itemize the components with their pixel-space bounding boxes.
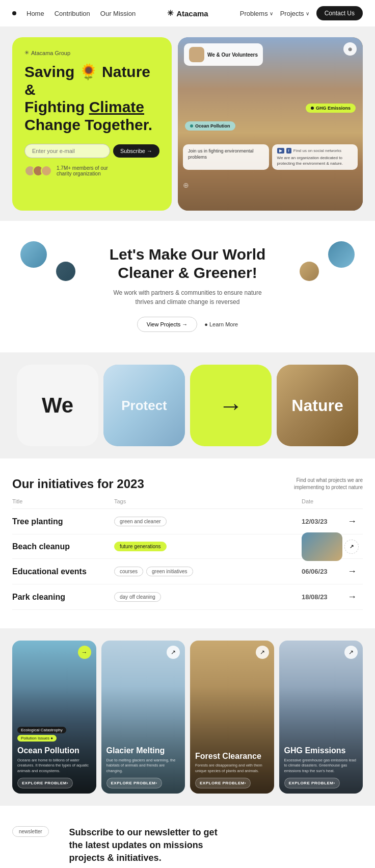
initiatives-section: Our initiatives for 2023 Find out what p… bbox=[0, 458, 375, 628]
glacier-desc: Due to melting glaciers and warming, the… bbox=[106, 758, 180, 774]
row-title: Park cleaning bbox=[12, 593, 114, 602]
ghg-explore-button[interactable]: EXPLORE PROBLEM › bbox=[284, 778, 340, 788]
nav-home[interactable]: Home bbox=[26, 10, 44, 17]
ocean-tag-1: Ecological Catastrophy bbox=[17, 727, 66, 733]
row-action-button[interactable]: → bbox=[347, 516, 363, 527]
glacier-arrow-button[interactable]: ↗ bbox=[167, 646, 180, 659]
initiatives-desc: Find out what projects we are implementi… bbox=[286, 477, 363, 491]
ghg-title: GHG Emissions bbox=[284, 746, 358, 755]
problem-card-ocean: → Ecological Catastrophy Pollution Issue… bbox=[12, 641, 96, 794]
table-headers: Title Tags Date bbox=[12, 494, 363, 509]
forest-arrow-button[interactable]: ↗ bbox=[256, 646, 269, 659]
hero-org-card: ▶ f Find us on social networks We are an… bbox=[272, 144, 358, 170]
hero-members: 1.7M+ members of our charity organizatio… bbox=[24, 165, 159, 176]
nav-brand: ✳ Atacama bbox=[167, 9, 208, 18]
forest-content: Forest Clearance Forests are disappearin… bbox=[190, 746, 274, 794]
glacier-explore-button[interactable]: EXPLORE PROBLEM › bbox=[106, 778, 162, 788]
float-img-4 bbox=[300, 262, 319, 281]
initiatives-header: Our initiatives for 2023 Find out what p… bbox=[12, 477, 363, 491]
protect-text: Protect bbox=[121, 398, 167, 414]
table-row: Beach cleanup future generations 29/05/2… bbox=[12, 534, 363, 559]
problem-card-forest: ↗ Forest Clearance Forests are disappear… bbox=[190, 641, 274, 794]
hero-bottom-cards: Join us in fighting environmental proble… bbox=[178, 144, 363, 170]
tag-pill: green initiatives bbox=[146, 567, 193, 576]
row-date: 12/03/23 bbox=[302, 518, 347, 525]
forest-desc: Forests are disappearing and with them u… bbox=[195, 763, 269, 774]
protect-section: We Protect → Nature bbox=[0, 352, 375, 458]
col-action-header bbox=[347, 498, 363, 504]
row-date: 06/06/23 bbox=[302, 568, 347, 575]
brand-icon: ✳ bbox=[167, 9, 174, 18]
nav-left: Home Contribution Our Mission bbox=[12, 10, 136, 17]
ocean-explore-button[interactable]: EXPLORE PROBLEM › bbox=[17, 778, 73, 788]
hero-subscribe-button[interactable]: Subscribe → bbox=[113, 144, 159, 158]
newsletter-title: Subscribe to our newsletter to get the l… bbox=[69, 826, 232, 865]
hero-email-input[interactable] bbox=[24, 144, 110, 158]
tag-pill: green and cleaner bbox=[114, 517, 167, 526]
table-row: Educational events courses green initiat… bbox=[12, 559, 363, 584]
table-row: Park cleaning day off cleaning 18/08/23 … bbox=[12, 584, 363, 610]
hero-join-card: Join us in fighting environmental proble… bbox=[183, 144, 269, 170]
ocean-tag-2: Pollution Issues ● bbox=[17, 735, 57, 742]
tag-pill: courses bbox=[114, 567, 143, 576]
row-action-button[interactable]: → bbox=[347, 592, 363, 602]
hero-brand-label: ✳ Atacama Group bbox=[24, 49, 159, 56]
nav-dot-icon bbox=[12, 11, 16, 15]
row-tags: courses green initiatives bbox=[114, 567, 302, 576]
brand-name: Atacama bbox=[176, 9, 208, 18]
cleaner-buttons: View Projects → ● Learn More bbox=[12, 317, 363, 332]
yt-icon: ▶ bbox=[277, 148, 284, 154]
hero-ghg-tag: GHG Emissions bbox=[306, 104, 356, 113]
nav-mission[interactable]: Our Mission bbox=[100, 10, 136, 17]
ghg-arrow-button[interactable]: ↗ bbox=[344, 646, 358, 659]
cleaner-desc: We work with partners & communities to e… bbox=[111, 288, 264, 307]
nav-right: Problems ∨ Projects ∨ Contact Us bbox=[240, 6, 363, 20]
initiatives-title: Our initiatives for 2023 bbox=[12, 477, 144, 491]
nav-problems[interactable]: Problems ∨ bbox=[240, 10, 273, 17]
view-projects-button[interactable]: View Projects → bbox=[137, 317, 198, 332]
float-img-2 bbox=[56, 262, 75, 281]
protect-nature-text: Nature bbox=[291, 396, 343, 415]
glacier-title: Glacier Melting bbox=[106, 746, 180, 755]
forest-title: Forest Clearance bbox=[195, 751, 269, 761]
ghg-content: GHG Emissions Excessive greenhouse gas e… bbox=[279, 741, 363, 794]
nav-projects[interactable]: Projects ∨ bbox=[280, 10, 309, 17]
problems-section: → Ecological Catastrophy Pollution Issue… bbox=[0, 628, 375, 806]
row-title: Educational events bbox=[12, 567, 114, 576]
glacier-content: Glacier Melting Due to melting glaciers … bbox=[101, 741, 185, 794]
protect-glacier-card: Protect bbox=[103, 365, 185, 446]
scroll-indicator-icon: ⊕ bbox=[183, 181, 189, 189]
hero-section: ✳ Atacama Group Saving 🌻 Nature &Fightin… bbox=[0, 27, 375, 221]
row-title: Beach cleanup bbox=[12, 542, 114, 551]
ocean-desc: Oceans are home to billions of water cre… bbox=[17, 758, 91, 774]
row-action-button[interactable]: → bbox=[347, 566, 363, 577]
ocean-content: Ecological Catastrophy Pollution Issues … bbox=[12, 722, 96, 794]
cleaner-title: Let's Make Our World Cleaner & Greener! bbox=[91, 245, 284, 282]
col-title-header: Title bbox=[12, 498, 114, 504]
newsletter-badge: newsletter bbox=[12, 826, 49, 837]
learn-more-button[interactable]: ● Learn More bbox=[204, 321, 238, 327]
protect-we-card: We bbox=[17, 365, 98, 446]
hero-ocean-tag: Ocean Pollution bbox=[185, 121, 235, 131]
nav-contribution[interactable]: Contribution bbox=[55, 10, 90, 17]
tag-pill-green: future generations bbox=[114, 542, 167, 551]
contact-button[interactable]: Contact Us bbox=[316, 6, 363, 20]
problem-card-glacier: ↗ Glacier Melting Due to melting glacier… bbox=[101, 641, 185, 794]
newsletter-section: newsletter Subscribe to our newsletter t… bbox=[0, 806, 375, 868]
row-tags: green and cleaner bbox=[114, 517, 302, 526]
row-tags: future generations bbox=[114, 542, 317, 551]
row-image-button[interactable]: ↗ bbox=[344, 540, 359, 554]
fb-icon: f bbox=[286, 148, 291, 154]
hero-volunteer-card: We & Our Volunteers bbox=[184, 43, 263, 66]
member-avatar bbox=[41, 165, 52, 176]
row-title: Tree planting bbox=[12, 517, 114, 526]
ocean-arrow-button[interactable]: → bbox=[78, 646, 91, 659]
row-image bbox=[302, 532, 342, 561]
forest-explore-button[interactable]: EXPLORE PROBLEM › bbox=[195, 778, 251, 788]
protect-arrow-card: → bbox=[190, 365, 272, 446]
member-avatars bbox=[24, 165, 49, 176]
float-img-1 bbox=[20, 241, 47, 268]
col-tags-header: Tags bbox=[114, 498, 302, 504]
problems-grid: → Ecological Catastrophy Pollution Issue… bbox=[12, 641, 363, 794]
cleaner-section: Let's Make Our World Cleaner & Greener! … bbox=[0, 221, 375, 352]
